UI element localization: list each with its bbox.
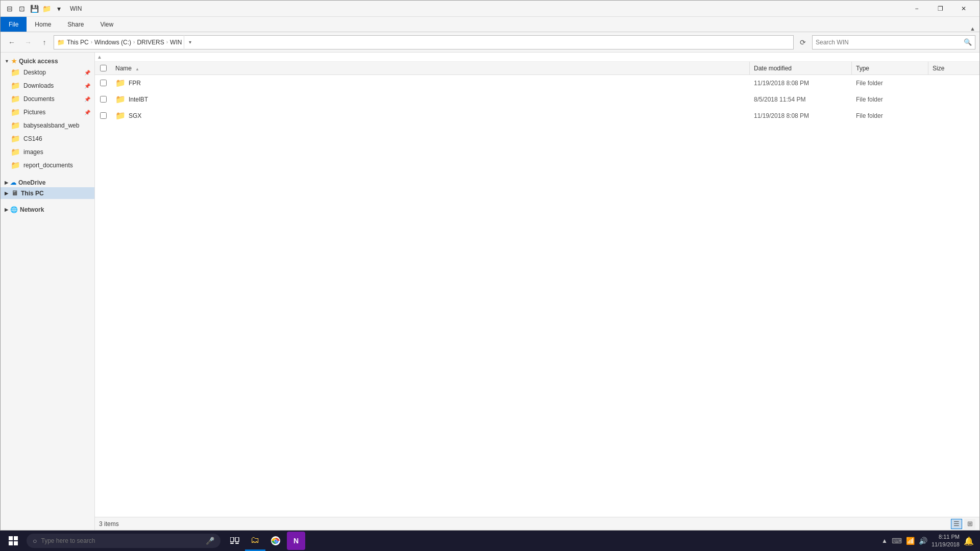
folder-icon: 📁 <box>11 81 20 90</box>
taskbar-chrome[interactable] <box>265 531 286 551</box>
folder-icon: 📁 <box>115 111 126 120</box>
sidebar-item-downloads[interactable]: 📁 Downloads 📌 <box>1 79 94 92</box>
minimize-button[interactable]: − <box>905 1 928 17</box>
taskbar-system-icons: ▲ ⌨ 📶 🔊 <box>881 537 927 545</box>
row-type-col: File folder <box>852 75 928 91</box>
sidebar-item-desktop[interactable]: 📁 Desktop 📌 <box>1 66 94 79</box>
taskbar-task-view[interactable] <box>225 531 245 551</box>
address-bar[interactable]: 📁 This PC › Windows (C:) › DRIVERS › WIN… <box>54 35 794 49</box>
sidebar-downloads-label: Downloads <box>23 82 54 89</box>
sidebar-item-cs146[interactable]: 📁 CS146 <box>1 132 94 145</box>
sidebar-item-documents[interactable]: 📁 Documents 📌 <box>1 92 94 106</box>
taskbar-search-input[interactable] <box>41 537 202 544</box>
file-type: File folder <box>856 96 883 103</box>
explorer-window: ⊟ ⊡ 💾 📁 ▾ WIN − ❐ ✕ File Home Share View… <box>0 0 980 531</box>
row-name-col: 📁 IntelBT <box>111 91 750 107</box>
close-button[interactable]: ✕ <box>952 1 975 17</box>
sidebar-item-report-documents[interactable]: 📁 report_documents <box>1 159 94 172</box>
column-date-header[interactable]: Date modified <box>750 62 852 74</box>
sidebar-item-babysealsband[interactable]: 📁 babysealsband_web <box>1 119 94 132</box>
select-all-checkbox[interactable] <box>100 65 107 71</box>
taskbar-search-box[interactable]: ○ 🎤 <box>27 534 220 548</box>
refresh-button[interactable]: ⟳ <box>796 35 810 49</box>
file-type: File folder <box>856 112 883 119</box>
svg-rect-1 <box>14 536 18 540</box>
start-button[interactable] <box>0 531 27 551</box>
table-row[interactable]: 📁 SGX 11/19/2018 8:08 PM File folder <box>95 108 979 124</box>
sidebar-pictures-label: Pictures <box>23 109 45 116</box>
row-checkbox-col <box>95 112 111 119</box>
sidebar-quick-access-header[interactable]: ▼ ★ Quick access <box>1 55 94 66</box>
row-type-col: File folder <box>852 108 928 123</box>
taskbar-onenote[interactable]: N <box>287 532 305 550</box>
tab-view[interactable]: View <box>92 17 121 32</box>
chevron-right-icon: ▶ <box>5 191 8 196</box>
tab-home[interactable]: Home <box>27 17 59 32</box>
sidebar-item-images[interactable]: 📁 images <box>1 145 94 159</box>
collapse-bar[interactable]: ▲ <box>95 53 979 62</box>
toolbar: ← → ↑ 📁 This PC › Windows (C:) › DRIVERS… <box>1 32 979 53</box>
file-date: 11/19/2018 8:08 PM <box>754 80 809 87</box>
sidebar-network-header[interactable]: ▶ 🌐 Network <box>1 203 94 214</box>
search-icon[interactable]: 🔍 <box>964 38 972 46</box>
pin-icon: 📌 <box>84 83 90 89</box>
svg-rect-5 <box>235 537 239 542</box>
main-content: ▼ ★ Quick access 📁 Desktop 📌 📁 Downloads… <box>1 53 979 530</box>
search-bar[interactable]: 🔍 <box>812 35 975 49</box>
address-dropdown-button[interactable]: ▾ <box>184 35 196 49</box>
network-icon[interactable]: 📶 <box>906 537 915 545</box>
up-button[interactable]: ↑ <box>37 35 52 49</box>
taskbar-clock[interactable]: 8:11 PM 11/19/2018 <box>932 533 960 549</box>
taskbar-apps: 🗂 N <box>225 531 306 551</box>
table-row[interactable]: 📁 FPR 11/19/2018 8:08 PM File folder <box>95 75 979 91</box>
row-name-col: 📁 SGX <box>111 108 750 123</box>
taskbar-file-explorer[interactable]: 🗂 <box>245 531 265 551</box>
star-icon: ★ <box>11 58 17 65</box>
window-title: WIN <box>70 5 905 12</box>
row-date-col: 8/5/2018 11:54 PM <box>750 91 852 107</box>
sidebar-item-pictures[interactable]: 📁 Pictures 📌 <box>1 106 94 119</box>
search-input[interactable] <box>816 39 964 46</box>
details-view-button[interactable]: ☰ <box>951 519 962 529</box>
row-checkbox[interactable] <box>100 112 107 119</box>
column-size-header[interactable]: Size <box>928 62 979 74</box>
file-name: SGX <box>129 112 141 119</box>
row-checkbox[interactable] <box>100 96 107 103</box>
taskbar-search-icon: ○ <box>33 537 37 545</box>
sidebar-quick-access-label: Quick access <box>19 58 58 65</box>
back-button[interactable]: ← <box>5 35 19 49</box>
chevron-down-icon: ▼ <box>5 59 9 64</box>
notification-icon[interactable]: 🔔 <box>964 536 974 546</box>
onedrive-icon: ☁ <box>10 179 16 186</box>
large-icon-view-button[interactable]: ⊞ <box>964 519 975 529</box>
folder-icon: 📁 <box>115 94 126 104</box>
row-checkbox[interactable] <box>100 80 107 86</box>
title-icon-minimize-tray: ⊟ <box>5 4 15 14</box>
folder-icon: 📁 <box>11 108 20 117</box>
restore-button[interactable]: ❐ <box>928 1 952 17</box>
volume-icon[interactable]: 🔊 <box>919 537 927 545</box>
table-row[interactable]: 📁 IntelBT 8/5/2018 11:54 PM File folder <box>95 91 979 108</box>
column-type-header[interactable]: Type <box>852 62 928 74</box>
title-icon-dropdown[interactable]: ▾ <box>54 4 64 14</box>
folder-icon: 📁 <box>11 134 20 143</box>
row-size-col <box>928 108 979 123</box>
breadcrumb-windows-c[interactable]: Windows (C:) <box>94 39 131 46</box>
microphone-icon[interactable]: 🎤 <box>206 537 214 545</box>
svg-rect-0 <box>9 536 13 540</box>
row-name-col: 📁 FPR <box>111 75 750 91</box>
tab-share[interactable]: Share <box>59 17 92 32</box>
svg-rect-6 <box>230 543 234 544</box>
sidebar-onedrive-header[interactable]: ▶ ☁ OneDrive <box>1 176 94 187</box>
row-date-col: 11/19/2018 8:08 PM <box>750 108 852 123</box>
chevron-right-icon: ▶ <box>5 180 8 185</box>
sidebar-this-pc-header[interactable]: ▶ 🖥 This PC <box>1 187 94 199</box>
breadcrumb-drivers[interactable]: DRIVERS <box>137 39 164 46</box>
breadcrumb-this-pc[interactable]: This PC <box>67 39 89 46</box>
ribbon-expand[interactable]: ▲ <box>970 26 979 32</box>
expand-icon[interactable]: ▲ <box>881 537 888 544</box>
tab-file[interactable]: File <box>1 17 27 32</box>
svg-rect-3 <box>14 541 18 545</box>
column-name-header[interactable]: Name <box>111 62 750 74</box>
forward-button[interactable]: → <box>21 35 35 49</box>
